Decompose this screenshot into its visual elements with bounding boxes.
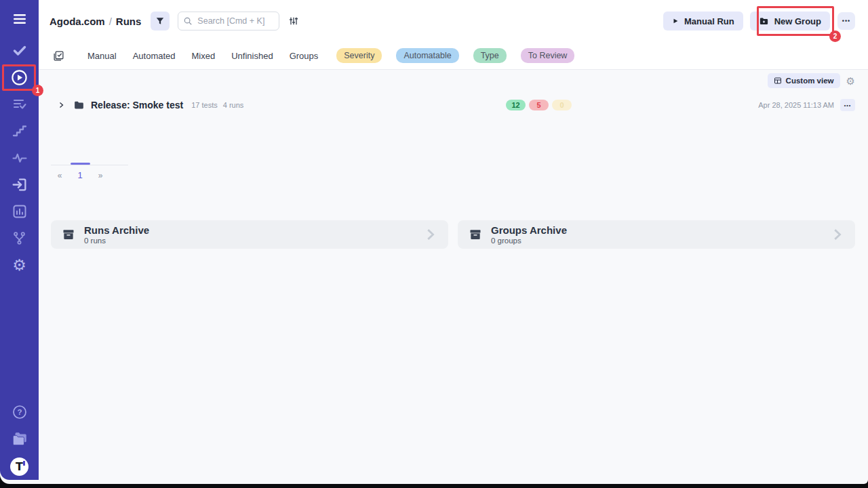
sidebar-item-import-sign-in-icon[interactable] (0, 172, 39, 197)
view-options-bar: Custom view ⚙ (768, 73, 855, 88)
runs-archive-card[interactable]: Runs Archive 0 runs (51, 220, 448, 249)
groups-archive-card[interactable]: Groups Archive 0 groups (458, 220, 855, 249)
archive-cards: Runs Archive 0 runs Groups Archive 0 gro… (51, 220, 855, 249)
funnel-icon (155, 16, 165, 26)
sidebar-item-pulse-icon[interactable] (0, 146, 39, 170)
new-group-button[interactable]: New Group (750, 12, 830, 30)
adjustments-icon[interactable] (288, 16, 299, 26)
menu-icon[interactable] (0, 7, 39, 31)
tab-automated[interactable]: Automated (133, 48, 176, 64)
pagination-page-1[interactable]: 1 (73, 170, 87, 180)
skipped-count-badge: 0 (552, 100, 572, 110)
sidebar-logo-button[interactable]: T (0, 454, 39, 479)
tag-pill-type[interactable]: Type (473, 48, 507, 63)
header-more-button[interactable]: ••• (837, 12, 855, 30)
archive-box-icon (62, 228, 75, 241)
logo-letter: T (16, 460, 23, 473)
chevron-right-icon (829, 227, 844, 242)
groups-archive-subtitle: 0 groups (491, 237, 567, 245)
archive-box-icon (469, 228, 482, 241)
run-group-tests-count: 17 tests (191, 101, 218, 109)
runs-archive-title: Runs Archive (84, 224, 149, 236)
run-group-name[interactable]: Release: Smoke test (91, 100, 183, 110)
passed-count-badge: 12 (506, 100, 526, 110)
gear-icon: ⚙ (12, 258, 26, 273)
sidebar-item-reports-bar-chart-icon[interactable] (0, 199, 39, 224)
tag-pill-severity[interactable]: Severity (336, 48, 382, 63)
tab-manual[interactable]: Manual (87, 48, 117, 64)
sidebar: ⚙ ? T (0, 0, 39, 480)
search-input[interactable] (178, 12, 279, 30)
sidebar-item-help-icon[interactable]: ? (0, 400, 39, 424)
runs-archive-subtitle: 0 runs (84, 237, 149, 245)
filter-tabs-bar: Manual Automated Mixed Unfinished Groups… (39, 42, 868, 69)
tab-groups[interactable]: Groups (290, 48, 319, 64)
svg-text:?: ? (17, 408, 22, 416)
header: Agoda.com/Runs Manual Ru (39, 0, 868, 70)
view-settings-gear-icon[interactable]: ⚙ (846, 76, 855, 86)
custom-view-label: Custom view (786, 77, 834, 85)
run-group-runs-count: 4 runs (223, 101, 244, 109)
search-icon (183, 16, 193, 28)
expand-chevron-icon[interactable] (57, 101, 65, 109)
sidebar-item-results-list-check-icon[interactable] (0, 92, 39, 117)
run-result-badges: 12 5 0 (506, 100, 572, 110)
pagination-next-button[interactable]: » (94, 170, 107, 180)
new-group-label: New Group (774, 16, 821, 26)
sidebar-item-projects-folders-icon[interactable] (0, 427, 39, 451)
table-view-icon (774, 77, 782, 85)
filter-button[interactable] (151, 12, 170, 30)
app-window: Agoda.com/Runs Manual Ru (0, 0, 868, 484)
sidebar-item-tests-check-icon[interactable] (0, 38, 39, 62)
select-all-icon[interactable] (53, 50, 64, 62)
logo-flag-accent (23, 461, 25, 466)
manual-run-button[interactable]: Manual Run (663, 12, 743, 30)
sidebar-item-milestones-steps-icon[interactable] (0, 119, 39, 143)
breadcrumb-separator: / (109, 16, 112, 27)
card-text: Runs Archive 0 runs (84, 224, 149, 244)
manual-run-label: Manual Run (684, 16, 734, 26)
groups-archive-title: Groups Archive (491, 224, 567, 236)
breadcrumb-page: Runs (116, 16, 142, 27)
breadcrumb-project[interactable]: Agoda.com (50, 16, 105, 27)
play-icon (672, 18, 679, 24)
run-group-row[interactable]: Release: Smoke test 17 tests 4 runs 12 5… (39, 95, 868, 115)
tab-mixed[interactable]: Mixed (192, 48, 216, 64)
tag-pill-automatable[interactable]: Automatable (396, 48, 458, 63)
breadcrumb: Agoda.com/Runs (50, 16, 141, 27)
top-toolbar: Agoda.com/Runs Manual Ru (39, 0, 868, 42)
search-box (178, 12, 279, 30)
failed-count-badge: 5 (529, 100, 549, 110)
folder-icon (73, 100, 85, 111)
sidebar-item-settings-gear-icon[interactable]: ⚙ (0, 253, 39, 277)
pagination-divider (51, 165, 128, 165)
testomat-logo: T (10, 458, 28, 476)
pagination-prev-button[interactable]: « (53, 170, 66, 180)
sidebar-item-runs-play-circle-icon[interactable] (0, 65, 39, 89)
run-group-more-button[interactable]: ••• (840, 99, 855, 111)
tag-pill-to-review[interactable]: To Review (521, 48, 575, 63)
card-text: Groups Archive 0 groups (491, 224, 567, 244)
custom-view-button[interactable]: Custom view (768, 73, 840, 88)
folder-plus-icon (759, 16, 769, 26)
pagination-active-indicator (71, 163, 90, 165)
tab-unfinished[interactable]: Unfinished (231, 48, 273, 64)
sidebar-item-branch-icon[interactable] (0, 226, 39, 250)
pagination: « 1 » (53, 170, 107, 180)
run-group-date: Apr 28, 2025 11:13 AM (758, 101, 834, 109)
chevron-right-icon (422, 227, 437, 242)
